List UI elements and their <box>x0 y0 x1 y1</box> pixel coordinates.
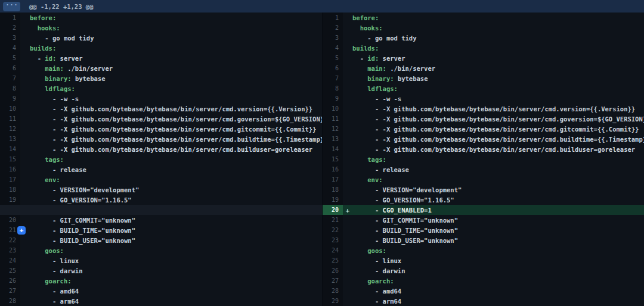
yaml-text: - <box>352 55 367 62</box>
diff-row: 26 - darwin <box>323 266 644 276</box>
diff-row: 4builds: <box>0 43 322 53</box>
code-line: env: <box>30 176 60 183</box>
yaml-text: - -w -s <box>352 95 401 102</box>
yaml-text: - CGO_ENABLED=1 <box>352 207 432 214</box>
line-number: 8 <box>0 83 20 93</box>
line-number: 21 <box>323 215 343 225</box>
line-number: 5 <box>0 53 20 63</box>
line-number: 27 <box>0 286 20 296</box>
code-line: - VERSION="development" <box>352 186 462 193</box>
diff-row: 15 tags: <box>323 154 644 164</box>
yaml-text: - amd64 <box>352 288 401 295</box>
code-line: - id: server <box>30 55 83 62</box>
diff-row: 14 - -X github.com/bytebase/bytebase/bin… <box>0 144 322 154</box>
line-number: 5 <box>323 53 343 63</box>
code-line: - linux <box>30 257 79 264</box>
diff-row: 17 env: <box>323 174 644 185</box>
code-line: - -X github.com/bytebase/bytebase/bin/se… <box>30 105 312 113</box>
diff-row: 8 ldflags: <box>323 83 644 93</box>
code-line: - BUILD_USER="unknown" <box>352 237 458 244</box>
code-line: before: <box>352 14 379 21</box>
code-line: - darwin <box>352 267 405 274</box>
code-line: - go mod tidy <box>30 35 94 42</box>
diff-row: 23 goos: <box>0 245 322 255</box>
yaml-key: main: <box>367 65 386 72</box>
code-line: - release <box>30 166 86 173</box>
line-number: 20 <box>0 215 20 225</box>
diff-row: 7 binary: bytebase <box>0 73 322 83</box>
code-line: - -X github.com/bytebase/bytebase/bin/se… <box>352 136 644 143</box>
yaml-key: tags: <box>367 156 386 163</box>
diff-filler-row <box>0 205 322 215</box>
yaml-key: before: <box>352 14 379 21</box>
yaml-text: - release <box>352 166 409 173</box>
line-number: 22 <box>323 225 343 235</box>
diff-row: 16 - release <box>0 164 322 174</box>
diff-row: 10 - -X github.com/bytebase/bytebase/bin… <box>323 104 644 114</box>
code-line: binary: bytebase <box>30 75 105 82</box>
yaml-key: builds: <box>352 45 379 52</box>
diff-row: 2 hooks: <box>323 23 644 33</box>
yaml-text: - -w -s <box>30 95 79 102</box>
diff-row: 3 - go mod tidy <box>323 33 644 43</box>
diff-row: 18 - VERSION="development" <box>0 185 322 195</box>
yaml-text: - -X github.com/bytebase/bytebase/bin/se… <box>352 115 644 123</box>
diff-row: 22 - BUILD_TIME="unknown" <box>323 225 644 235</box>
line-number: 14 <box>323 144 343 154</box>
line-number: 12 <box>323 124 343 134</box>
diff-row: 9 - -w -s <box>0 93 322 104</box>
diff-row: 25 - linux <box>323 255 644 266</box>
code-line: - -w -s <box>352 95 401 102</box>
diff-row: 12 - -X github.com/bytebase/bytebase/bin… <box>323 124 644 134</box>
line-number: 1 <box>0 13 20 23</box>
yaml-text <box>30 24 38 32</box>
yaml-text <box>30 247 45 254</box>
yaml-key: binary: <box>367 75 394 82</box>
line-number: 12 <box>0 124 20 134</box>
code-line: - linux <box>352 257 401 264</box>
code-line: - -X github.com/bytebase/bytebase/bin/se… <box>352 146 635 153</box>
code-line: goarch: <box>352 277 394 285</box>
code-line: goos: <box>352 247 386 254</box>
diff-row: 14 - -X github.com/bytebase/bytebase/bin… <box>323 144 644 154</box>
diff-row: 12 - -X github.com/bytebase/bytebase/bin… <box>0 124 322 134</box>
yaml-key: binary: <box>45 75 71 82</box>
diff-row: 21 - BUILD_TIME="unknown"+ <box>0 225 322 235</box>
code-line: main: ./bin/server <box>352 65 435 72</box>
line-number: 25 <box>0 266 20 276</box>
code-line: - arm64 <box>30 298 79 305</box>
yaml-text: - GO_VERSION="1.16.5" <box>352 196 454 204</box>
diff-row: 11 - -X github.com/bytebase/bytebase/bin… <box>323 114 644 124</box>
expand-hunk-button[interactable]: ··· <box>3 2 20 11</box>
added-line-sign: + <box>343 207 352 214</box>
line-number: 27 <box>323 276 343 286</box>
code-line: - go mod tidy <box>352 35 416 42</box>
diff-row: 6 main: ./bin/server <box>323 63 644 73</box>
yaml-text <box>30 75 45 82</box>
code-line: - release <box>352 166 409 173</box>
diff-row: 29 - arm64 <box>323 296 644 306</box>
yaml-text: - GIT_COMMIT="unknown" <box>30 217 135 224</box>
yaml-text <box>352 65 367 72</box>
line-number: 24 <box>0 255 20 266</box>
code-line: - BUILD_TIME="unknown" <box>30 227 135 234</box>
add-comment-button[interactable]: + <box>17 226 26 235</box>
line-number: 15 <box>0 154 20 164</box>
diff-row: 28 - arm64 <box>0 296 322 306</box>
line-number: 6 <box>323 63 343 73</box>
code-line: - -X github.com/bytebase/bytebase/bin/se… <box>352 105 635 113</box>
diff-row: 2 hooks: <box>0 23 322 33</box>
diff-row: 27 goarch: <box>323 276 644 286</box>
yaml-text: ./bin/server <box>386 65 435 72</box>
yaml-text <box>352 247 367 254</box>
yaml-text: - -X github.com/bytebase/bytebase/bin/se… <box>352 136 644 143</box>
diff-pane-new: 1before:2 hooks:3 - go mod tidy4builds:5… <box>322 13 644 306</box>
code-line: binary: bytebase <box>352 75 428 82</box>
yaml-text: - GIT_COMMIT="unknown" <box>352 217 458 224</box>
diff-row: 1before: <box>323 13 644 23</box>
yaml-text <box>30 65 45 72</box>
diff-row: 10 - -X github.com/bytebase/bytebase/bin… <box>0 104 322 114</box>
yaml-text: - -X github.com/bytebase/bytebase/bin/se… <box>30 105 312 113</box>
hunk-header-text: @@ -1,22 +1,23 @@ <box>29 3 93 10</box>
diff-row: 5 - id: server <box>0 53 322 63</box>
